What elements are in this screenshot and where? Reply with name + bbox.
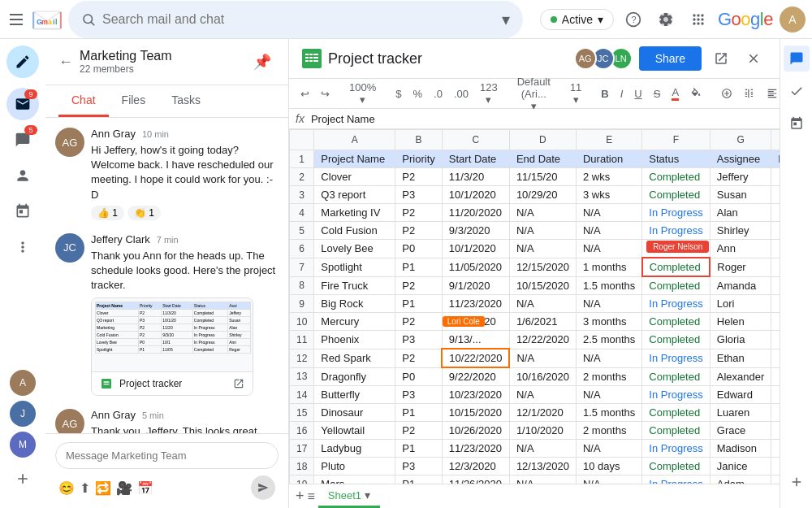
tab-tasks[interactable]: Tasks <box>158 85 214 117</box>
add-sheet-button[interactable]: + <box>296 488 304 505</box>
cell-e12[interactable]: N/A <box>576 349 641 367</box>
apps-button[interactable] <box>685 7 711 33</box>
cell-f12[interactable]: In Progress <box>642 349 710 367</box>
cell-c8[interactable]: 9/1/2020 <box>442 276 509 295</box>
cell-c14[interactable]: 10/23/2020 <box>442 386 509 404</box>
borders-button[interactable] <box>716 82 737 105</box>
redo-button[interactable]: ↪ <box>316 82 335 105</box>
close-button[interactable] <box>741 46 767 72</box>
cell-c18[interactable]: 12/3/2020 <box>442 458 509 475</box>
cell-c2[interactable]: 11/3/20 <box>442 168 509 186</box>
at-button[interactable]: 🔁 <box>95 480 111 496</box>
cell-f3[interactable]: Completed <box>642 186 710 204</box>
open-external-button[interactable] <box>708 46 734 72</box>
cell-b17[interactable]: P1 <box>395 440 442 458</box>
cell-e6[interactable]: N/A <box>576 240 641 258</box>
font-size-button[interactable]: 11 ▾ <box>565 82 586 105</box>
cell-h7[interactable] <box>771 258 780 276</box>
cell-c1[interactable]: Start Date <box>442 150 509 168</box>
cell-e11[interactable]: 2.5 months <box>576 331 641 350</box>
cell-h15[interactable] <box>771 404 780 422</box>
cell-a15[interactable]: Dinosaur <box>314 404 395 422</box>
cell-g16[interactable]: Grace <box>710 422 771 440</box>
font-family-button[interactable]: Default (Ari... ▾ <box>512 82 555 105</box>
cell-c19[interactable]: 11/26/2020 <box>442 475 509 484</box>
cell-a11[interactable]: Phoenix <box>314 331 395 350</box>
message-input[interactable] <box>66 449 268 462</box>
cell-d18[interactable]: 12/13/2020 <box>509 458 576 475</box>
cell-a6[interactable]: Lovely Bee <box>314 240 395 258</box>
cell-a18[interactable]: Pluto <box>314 458 395 475</box>
cell-e17[interactable]: N/A <box>576 440 641 458</box>
decimal2-button[interactable]: .00 <box>449 82 473 105</box>
cell-a9[interactable]: Big Rock <box>314 295 395 313</box>
cell-h16[interactable] <box>771 422 780 440</box>
cell-c7[interactable]: 11/05/2020 <box>442 258 509 276</box>
cell-h19[interactable] <box>771 475 780 484</box>
cell-b13[interactable]: P0 <box>395 367 442 386</box>
sidebar-contacts-icon[interactable] <box>6 159 39 192</box>
cell-h13[interactable] <box>771 367 780 386</box>
user-avatar[interactable]: A <box>780 7 806 33</box>
cell-f17[interactable]: In Progress <box>642 440 710 458</box>
cell-a8[interactable]: Fire Truck <box>314 276 395 295</box>
grid-container[interactable]: A B C D E F G H 1 Project Name <box>289 129 780 484</box>
cell-c15[interactable]: 10/15/2020 <box>442 404 509 422</box>
sidebar-calendar-icon[interactable] <box>6 195 39 228</box>
cell-e1[interactable]: Duration <box>576 150 641 168</box>
right-tasks-icon[interactable] <box>784 78 810 104</box>
cell-c12[interactable]: 10/22/2020 <box>442 349 509 367</box>
text-color-button[interactable]: A <box>667 82 684 105</box>
active-status[interactable]: Active ▾ <box>540 9 614 30</box>
cell-f10[interactable]: Completed <box>642 313 710 331</box>
message-input-box[interactable] <box>55 442 279 469</box>
currency-button[interactable]: $ <box>391 82 406 105</box>
cell-d3[interactable]: 10/29/20 <box>509 186 576 204</box>
cell-b10[interactable]: P2 <box>395 313 442 331</box>
attachment-footer[interactable]: Project tracker <box>92 371 253 395</box>
cell-d12[interactable]: N/A <box>509 349 576 367</box>
cell-c10[interactable]: 10/3/2020 <box>442 313 509 331</box>
cell-c5[interactable]: 9/3/2020 <box>442 222 509 240</box>
sheet-user-1[interactable]: AG <box>574 47 597 70</box>
zoom-button[interactable]: 100% ▾ <box>344 82 381 105</box>
cell-d4[interactable]: N/A <box>509 204 576 222</box>
cell-d9[interactable]: N/A <box>509 295 576 313</box>
col-header-g[interactable]: G <box>710 130 771 150</box>
cell-h17[interactable] <box>771 440 780 458</box>
cell-g10[interactable]: Helen <box>710 313 771 331</box>
cell-a7[interactable]: Spotlight <box>314 258 395 276</box>
cell-a19[interactable]: Mars <box>314 475 395 484</box>
cell-f16[interactable]: Completed <box>642 422 710 440</box>
cell-e13[interactable]: 2 months <box>576 367 641 386</box>
decimal1-button[interactable]: .0 <box>429 82 447 105</box>
cell-d1[interactable]: End Date <box>509 150 576 168</box>
sheet-list-button[interactable]: ≡ <box>308 489 315 504</box>
cell-d14[interactable]: N/A <box>509 386 576 404</box>
col-header-a[interactable]: A <box>314 130 395 150</box>
right-add-icon[interactable] <box>784 469 810 501</box>
cell-d19[interactable]: N/A <box>509 475 576 484</box>
cell-h11[interactable] <box>771 331 780 350</box>
cell-g6[interactable]: Ann <box>710 240 771 258</box>
cell-b14[interactable]: P3 <box>395 386 442 404</box>
help-button[interactable]: ? <box>620 7 646 33</box>
col-header-c[interactable]: C <box>442 130 509 150</box>
merge-button[interactable] <box>739 82 760 105</box>
cell-a17[interactable]: Ladybug <box>314 440 395 458</box>
cell-e15[interactable]: 1.5 months <box>576 404 641 422</box>
cell-f18[interactable]: Completed <box>642 458 710 475</box>
cell-a2[interactable]: Clover <box>314 168 395 186</box>
cell-a14[interactable]: Butterfly <box>314 386 395 404</box>
cell-c6[interactable]: 10/1/2020 <box>442 240 509 258</box>
cell-d16[interactable]: 1/10/2020 <box>509 422 576 440</box>
cell-e8[interactable]: 1.5 months <box>576 276 641 295</box>
cell-b12[interactable]: P2 <box>395 349 442 367</box>
cell-f13[interactable]: Completed <box>642 367 710 386</box>
cell-f1[interactable]: Status <box>642 150 710 168</box>
cell-c9[interactable]: 11/23/2020 <box>442 295 509 313</box>
cell-d17[interactable]: N/A <box>509 440 576 458</box>
cell-e18[interactable]: 10 days <box>576 458 641 475</box>
tab-files[interactable]: Files <box>109 85 159 117</box>
col-header-b[interactable]: B <box>395 130 442 150</box>
